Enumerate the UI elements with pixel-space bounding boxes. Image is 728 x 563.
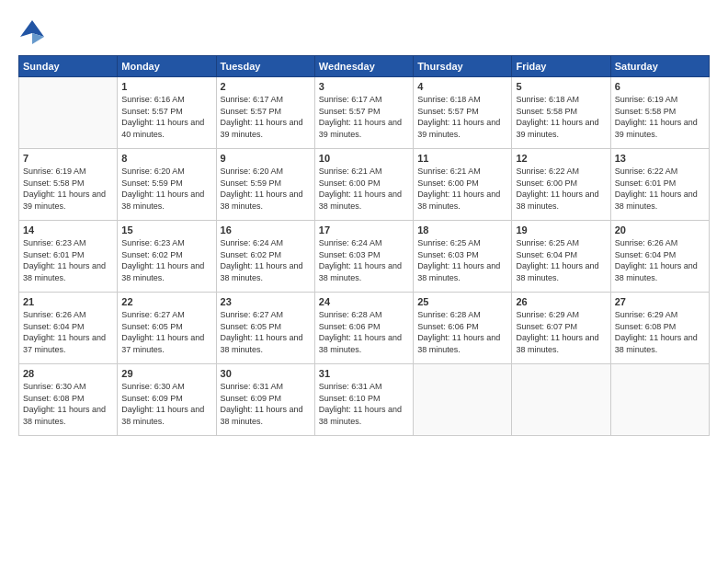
day-number: 18 (417, 224, 507, 236)
day-number: 1 (121, 81, 211, 92)
calendar-cell: 12Sunrise: 6:22 AMSunset: 6:00 PMDayligh… (512, 149, 610, 221)
day-number: 12 (516, 153, 606, 164)
day-info: Sunrise: 6:27 AMSunset: 6:05 PMDaylight:… (121, 309, 211, 355)
calendar-cell: 15Sunrise: 6:23 AMSunset: 6:02 PMDayligh… (118, 221, 216, 293)
day-number: 23 (221, 296, 311, 307)
calendar-cell: 17Sunrise: 6:24 AMSunset: 6:03 PMDayligh… (314, 221, 413, 293)
calendar-cell: 29Sunrise: 6:30 AMSunset: 6:09 PMDayligh… (118, 364, 216, 436)
calendar-cell: 31Sunrise: 6:31 AMSunset: 6:10 PMDayligh… (314, 364, 413, 436)
weekday-header: Saturday (610, 56, 709, 77)
calendar-week-row: 28Sunrise: 6:30 AMSunset: 6:08 PMDayligh… (19, 364, 710, 436)
calendar-cell: 10Sunrise: 6:21 AMSunset: 6:00 PMDayligh… (314, 149, 413, 221)
day-number: 15 (121, 224, 211, 236)
calendar-cell: 22Sunrise: 6:27 AMSunset: 6:05 PMDayligh… (118, 293, 216, 364)
weekday-header: Wednesday (314, 56, 413, 77)
day-number: 27 (615, 296, 705, 307)
day-info: Sunrise: 6:16 AMSunset: 5:57 PMDaylight:… (121, 94, 211, 140)
logo (18, 18, 50, 46)
day-info: Sunrise: 6:19 AMSunset: 5:58 PMDaylight:… (615, 94, 705, 140)
calendar-cell: 23Sunrise: 6:27 AMSunset: 6:05 PMDayligh… (216, 293, 314, 364)
calendar-cell: 28Sunrise: 6:30 AMSunset: 6:08 PMDayligh… (19, 364, 118, 436)
day-info: Sunrise: 6:17 AMSunset: 5:57 PMDaylight:… (319, 94, 409, 140)
calendar-week-row: 7Sunrise: 6:19 AMSunset: 5:58 PMDaylight… (19, 149, 710, 221)
calendar-cell: 19Sunrise: 6:25 AMSunset: 6:04 PMDayligh… (512, 221, 610, 293)
calendar-week-row: 21Sunrise: 6:26 AMSunset: 6:04 PMDayligh… (19, 293, 710, 364)
day-info: Sunrise: 6:22 AMSunset: 6:00 PMDaylight:… (516, 166, 606, 212)
day-info: Sunrise: 6:28 AMSunset: 6:06 PMDaylight:… (417, 309, 507, 355)
calendar-header-row: SundayMondayTuesdayWednesdayThursdayFrid… (19, 56, 710, 77)
day-info: Sunrise: 6:30 AMSunset: 6:09 PMDaylight:… (121, 381, 211, 427)
calendar-cell (610, 364, 709, 436)
calendar-cell (19, 77, 118, 149)
day-number: 17 (319, 224, 409, 236)
day-info: Sunrise: 6:20 AMSunset: 5:59 PMDaylight:… (121, 166, 211, 212)
logo-icon (18, 18, 46, 46)
day-number: 19 (516, 224, 606, 236)
day-info: Sunrise: 6:30 AMSunset: 6:08 PMDaylight:… (23, 381, 113, 427)
calendar-cell: 24Sunrise: 6:28 AMSunset: 6:06 PMDayligh… (314, 293, 413, 364)
calendar-cell: 2Sunrise: 6:17 AMSunset: 5:57 PMDaylight… (216, 77, 314, 149)
calendar-week-row: 14Sunrise: 6:23 AMSunset: 6:01 PMDayligh… (19, 221, 710, 293)
calendar-cell: 4Sunrise: 6:18 AMSunset: 5:57 PMDaylight… (414, 77, 512, 149)
day-info: Sunrise: 6:29 AMSunset: 6:08 PMDaylight:… (615, 309, 705, 355)
day-number: 10 (319, 153, 409, 164)
calendar-table: SundayMondayTuesdayWednesdayThursdayFrid… (18, 55, 710, 436)
day-info: Sunrise: 6:28 AMSunset: 6:06 PMDaylight:… (319, 309, 409, 355)
day-number: 14 (23, 224, 113, 236)
day-info: Sunrise: 6:25 AMSunset: 6:03 PMDaylight:… (417, 237, 507, 283)
calendar-cell: 20Sunrise: 6:26 AMSunset: 6:04 PMDayligh… (610, 221, 709, 293)
calendar-cell: 7Sunrise: 6:19 AMSunset: 5:58 PMDaylight… (19, 149, 118, 221)
day-info: Sunrise: 6:18 AMSunset: 5:57 PMDaylight:… (417, 94, 507, 140)
header (18, 18, 710, 46)
day-number: 31 (319, 368, 409, 379)
day-info: Sunrise: 6:26 AMSunset: 6:04 PMDaylight:… (23, 309, 113, 355)
day-number: 21 (23, 296, 113, 307)
day-info: Sunrise: 6:24 AMSunset: 6:02 PMDaylight:… (221, 237, 311, 283)
day-info: Sunrise: 6:23 AMSunset: 6:02 PMDaylight:… (121, 237, 211, 283)
calendar-cell: 26Sunrise: 6:29 AMSunset: 6:07 PMDayligh… (512, 293, 610, 364)
day-info: Sunrise: 6:20 AMSunset: 5:59 PMDaylight:… (221, 166, 311, 212)
day-number: 29 (121, 368, 211, 379)
day-info: Sunrise: 6:24 AMSunset: 6:03 PMDaylight:… (319, 237, 409, 283)
day-number: 28 (23, 368, 113, 379)
calendar-cell: 25Sunrise: 6:28 AMSunset: 6:06 PMDayligh… (414, 293, 512, 364)
calendar-cell: 5Sunrise: 6:18 AMSunset: 5:58 PMDaylight… (512, 77, 610, 149)
day-info: Sunrise: 6:18 AMSunset: 5:58 PMDaylight:… (516, 94, 606, 140)
day-number: 22 (121, 296, 211, 307)
calendar-week-row: 1Sunrise: 6:16 AMSunset: 5:57 PMDaylight… (19, 77, 710, 149)
calendar-cell: 21Sunrise: 6:26 AMSunset: 6:04 PMDayligh… (19, 293, 118, 364)
weekday-header: Thursday (414, 56, 512, 77)
day-number: 9 (221, 153, 311, 164)
calendar-cell: 18Sunrise: 6:25 AMSunset: 6:03 PMDayligh… (414, 221, 512, 293)
day-number: 2 (221, 81, 311, 92)
calendar-cell: 27Sunrise: 6:29 AMSunset: 6:08 PMDayligh… (610, 293, 709, 364)
calendar-cell (414, 364, 512, 436)
day-number: 5 (516, 81, 606, 92)
day-number: 13 (615, 153, 705, 164)
day-number: 25 (417, 296, 507, 307)
day-number: 4 (417, 81, 507, 92)
day-number: 6 (615, 81, 705, 92)
day-info: Sunrise: 6:31 AMSunset: 6:10 PMDaylight:… (319, 381, 409, 427)
day-number: 3 (319, 81, 409, 92)
page: SundayMondayTuesdayWednesdayThursdayFrid… (0, 0, 728, 563)
weekday-header: Tuesday (216, 56, 314, 77)
day-info: Sunrise: 6:17 AMSunset: 5:57 PMDaylight:… (221, 94, 311, 140)
day-number: 7 (23, 153, 113, 164)
day-number: 20 (615, 224, 705, 236)
day-number: 26 (516, 296, 606, 307)
day-number: 16 (221, 224, 311, 236)
calendar-cell: 3Sunrise: 6:17 AMSunset: 5:57 PMDaylight… (314, 77, 413, 149)
day-info: Sunrise: 6:26 AMSunset: 6:04 PMDaylight:… (615, 237, 705, 283)
day-info: Sunrise: 6:22 AMSunset: 6:01 PMDaylight:… (615, 166, 705, 212)
day-info: Sunrise: 6:21 AMSunset: 6:00 PMDaylight:… (417, 166, 507, 212)
day-info: Sunrise: 6:29 AMSunset: 6:07 PMDaylight:… (516, 309, 606, 355)
day-number: 24 (319, 296, 409, 307)
calendar-cell: 6Sunrise: 6:19 AMSunset: 5:58 PMDaylight… (610, 77, 709, 149)
day-info: Sunrise: 6:21 AMSunset: 6:00 PMDaylight:… (319, 166, 409, 212)
weekday-header: Sunday (19, 56, 118, 77)
calendar-cell: 16Sunrise: 6:24 AMSunset: 6:02 PMDayligh… (216, 221, 314, 293)
calendar-cell: 11Sunrise: 6:21 AMSunset: 6:00 PMDayligh… (414, 149, 512, 221)
calendar-cell: 13Sunrise: 6:22 AMSunset: 6:01 PMDayligh… (610, 149, 709, 221)
calendar-cell: 9Sunrise: 6:20 AMSunset: 5:59 PMDaylight… (216, 149, 314, 221)
